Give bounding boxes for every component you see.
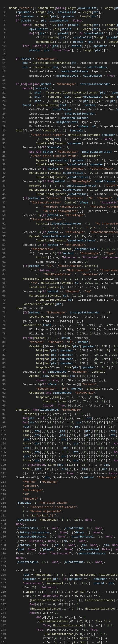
- line-content[interactable]: InterpolationOrder = interpolationorder,: [9, 112, 117, 116]
- line-content[interactable]: PlotRange → {{-2*Pi, 2*Pi}, {-2*Pi, 2*Pi…: [9, 332, 118, 336]
- line-content[interactable]: 3 → "Sin[x/Sin[1]]"},: [9, 514, 117, 518]
- line-content[interactable]: If[And[Not[And[method = "BthueAngle", in…: [9, 82, 118, 86]
- line-content[interactable]: Arrow[{pts[[{11}]]}, {-2, 0}, pts[[{11}]…: [9, 442, 118, 446]
- line-content[interactable]: Control[{type, {Directed → "Directed", U…: [9, 256, 118, 260]
- line-content[interactable]: {"r0", Manipulator[Dynamic[r0], {0.01, 1…: [9, 281, 118, 285]
- line-content[interactable]: Graphics[{Line[{{-2*Pi, 2*Pi}, {2, 0}}]]…: [9, 399, 117, 404]
- line-content[interactable]: Which[Length[p] = 0, pts = ptaold, Lengt…: [9, 23, 118, 27]
- line-content[interactable]: {"Green point number", Manipulator[Dynam…: [9, 133, 118, 137]
- line-content[interactable]: {If[method == "Voronoi", {"Distance", "2…: [9, 196, 118, 201]
- line-content[interactable]: 4 → "Nb with \nasymmtric"}}], SpanFromLe…: [9, 209, 118, 214]
- line-content[interactable]: Switch[funcvals, 1,: [9, 86, 117, 91]
- line-content[interactable]: dfunc[3] = Automatic;: [9, 586, 117, 590]
- line-content[interactable]: LocatorPane[Dynamic[pts],: [9, 302, 117, 306]
- line-content[interactable]: 0 → " 0 ", 1 → " 1 ", 2 → " 2 ", 3 → " 3…: [9, 226, 118, 230]
- line-content[interactable]: Sequence 0@{If[method == "BthueAngle", {…: [9, 230, 118, 234]
- line-content[interactable]: {{rbfnum, 1}, None}, {{sp, 1}, None}, {d…: [9, 543, 118, 548]
- line-content[interactable]: {cpvaluelist, RandomReal[{-1, 1}, {20}],…: [9, 518, 117, 522]
- line-content[interactable]: Manipulator[Dynamic[sp], {1, 10}, Contin…: [9, 294, 118, 298]
- line-content[interactable]: 2, ptaf = Transpose[{pts, Table[cpvaluel…: [9, 95, 118, 99]
- line-content[interactable]: Sequence 0@{If[method == "BthueAngle",: [9, 213, 117, 218]
- line-content[interactable]: Sequence 0@{If[method == "Shepard", {"sp…: [9, 289, 117, 294]
- line-content[interactable]: [9, 78, 117, 82]
- line-content[interactable]: [9, 564, 117, 569]
- line-content[interactable]: Control[{interpolationorder, {-1 → "No i…: [9, 222, 118, 226]
- line-content[interactable]: randomBinit = {: [9, 568, 117, 573]
- line-content[interactable]: Sequence 0@{If[method == "BthueAngle",: [9, 243, 117, 247]
- line-content[interactable]: InputField[Dynamic[sp], FieldSize → Tiny…: [9, 298, 118, 302]
- line-content[interactable]: {i, 1, Length[pts]}]; cpvaluelist[[Lengt…: [9, 36, 118, 40]
- line-content[interactable]: Graphics[{And[claspedated, "BthueAngle",: [9, 408, 117, 412]
- line-content[interactable]: True, EuclideanDistance[2, 0], #c]] * 2 …: [9, 624, 117, 628]
- line-content[interactable]: And[pts != If[{11}][[{11}][{2}] == 0, pt…: [9, 416, 118, 420]
- line-content[interactable]: Disk[Mod[pts[[cpnumber]], 2*Pi] + {0, 2*…: [9, 361, 118, 366]
- line-content[interactable]: {" Undirected, Line[{pts[[{11}]][[{11}]]…: [9, 463, 117, 467]
- line-content[interactable]: {cutoffradius, 37.}, None}, {cutoffvalue…: [9, 526, 117, 530]
- line-content[interactable]: True, Catch[Do[If[pts[[i]] ≠ ptaold[[i]]…: [9, 44, 117, 48]
- line-content[interactable]: If[And[MemberQ[{2, 3}, dfnum], MemberQ@[: [9, 336, 117, 340]
- line-content[interactable]: Disk[Mod[pts[[cpnumber]], 2*Pi] + {0, -2…: [9, 357, 118, 361]
- line-content[interactable]: }}}], LocatorAutoCreate → True, Continuo…: [9, 471, 118, 476]
- line-content[interactable]: "BthueAngle",: [9, 488, 117, 492]
- line-content[interactable]: {1, Length[pts], 1}, ContinuousAction → …: [9, 137, 117, 142]
- line-content[interactable]: Graphics[{Line[{(-2*Pi, 2*Pi}, {2, 0}}]]…: [9, 412, 117, 416]
- line-content[interactable]: InputField[Dynamic[n], FieldSize → Tiny]…: [9, 285, 117, 290]
- line-content[interactable]: RandomReal[{-1, 1}]]; ptaold = pts; {i, …: [9, 40, 118, 44]
- line-content[interactable]: True, ScaledAutoCreate[#1, #2], True,: [9, 628, 117, 632]
- line-content[interactable]: None},: [9, 522, 117, 526]
- line-content[interactable]: {EuclideanDistance[#1, {-2, 0}], Euclide…: [9, 607, 118, 611]
- line-content[interactable]: "2D",: [9, 492, 117, 497]
- line-content[interactable]: Disk[Mod[pts[[cpnumber]], 2*Pi] + {2*Pi,…: [9, 353, 118, 357]
- line-content[interactable]: Needs["Ctrue`"]; Manipulate[While[Length…: [9, 6, 118, 10]
- line-content[interactable]: Sequence 0@{If[And[method == "BthueAngle…: [9, 180, 118, 184]
- line-content[interactable]: rbfunc[4, r_] := (1 / Sqrt[r + r^2]) &;: [9, 636, 117, 640]
- line-content[interactable]: rbfunc[4, r_] := (1 / Sqrt[r + r^2]) &;: [9, 640, 117, 644]
- line-content[interactable]: {If[method == "2D", {"Basis\nBasis", Con…: [9, 264, 117, 268]
- line-content[interactable]: {pts[[{11}]][[{11}][{2}] == 0, pts[[{2}]…: [9, 425, 118, 429]
- line-content[interactable]: {EuclideanDistance[2, 0], #c]]} * 2 4,: [9, 632, 117, 636]
- line-content[interactable]: If[cpnumber > Length[pts], cpnumber = Le…: [9, 14, 117, 19]
- line-content[interactable]: NeighborLevel = neighborLevel, Type = ty…: [9, 120, 117, 124]
- line-content[interactable]: {}}, Sequence 0@{If[method == "BthueAngl…: [9, 252, 117, 256]
- line-content[interactable]: Graphics[{And[claspedated, "BthueAngle",: [9, 391, 117, 395]
- line-content[interactable]: {pts[[{11}]][[{11}]]} - pts[[{11}]][[{11…: [9, 446, 118, 450]
- line-content[interactable]: If[ptaold ≠ 1= pts, claspedated = False;: [9, 19, 117, 23]
- line-content[interactable]: {{type, Directed}, None}, {{r0, 1.}, Non…: [9, 539, 117, 543]
- line-content[interactable]: {x, y} -> PlotStyle → {White}], {}]},: [9, 319, 117, 324]
- line-content[interactable]: Dynamic[cpvaluelist[[cpnumber]]], {-1, 1…: [9, 158, 118, 163]
- line-content[interactable]: Show[Sequence 0@: [9, 306, 117, 310]
- line-content[interactable]: cls = ClaspedList[dnu, CutoffRadius → cu…: [9, 65, 117, 70]
- line-content[interactable]: ContourPlot[func8[{x, y}], {x, -2*Pi, 2*…: [9, 323, 118, 328]
- line-content[interactable]: RadialBasisFunction → rbfunc[rbfnum, r0]…: [9, 124, 118, 129]
- line-content[interactable]: {{EuclideanDistance[#1, {-2, 0}] * 2^2) …: [9, 619, 117, 624]
- line-content[interactable]: dfunc[4] = (Which[And[#[[2]] ≠ 0, #C[[2]…: [9, 594, 117, 598]
- line-content[interactable]: Graphics[{Line[{{-2*Pi, 2*Pi}, {2, 0}}]]…: [9, 395, 117, 400]
- line-content[interactable]: Arrow[{{pts[[{11}]]}, {cls[[1]]}, {cls[[…: [9, 467, 118, 471]
- line-content[interactable]: "Undirected", RandomReal[{-1, 1}, {20}]}…: [9, 581, 117, 586]
- line-content[interactable]: Line[{{pts[[{11}]]}, {pts[[{11}]]}, {pts…: [9, 429, 118, 434]
- line-content[interactable]: {"Green point function value", Manipulat…: [9, 154, 117, 158]
- line-content[interactable]: LocatorPane[{x, y}, PlotStyle → {White}]…: [9, 315, 117, 319]
- line-content[interactable]: Arrow[{pts[[{11}]]}, {-2, 0}, pts[[{11}]…: [9, 450, 118, 454]
- line-content[interactable]: Sequence 0@{If[funcvals = 2,: [9, 146, 117, 150]
- line-content[interactable]: And[#[[2]] == 0, #C[[2]] != 0,: [9, 602, 117, 607]
- line-content[interactable]: InputField[Dynamic[cpnumber], FieldSize …: [9, 142, 118, 146]
- line-content[interactable]: SpanFromLeft], {{pts, SpanFromLeft}}, {{…: [9, 476, 118, 480]
- line-content[interactable]: "BthueAngle", "3D"], method], Graphics[{…: [9, 387, 118, 391]
- line-content[interactable]: Append[{cls, ConvexHull[pts]}][[1]][[1]]…: [9, 374, 117, 378]
- line-content[interactable]: ((ΔSin[#[[1]]] - #[[1]]) / 2 * 2* Sin[#C…: [9, 590, 118, 594]
- line-content[interactable]: Joined → True, PlotStyle → {White}], {}]…: [9, 404, 117, 408]
- line-content[interactable]: If[method = "BthueAngle",: [9, 57, 117, 61]
- line-content[interactable]: Grid[{SpanF 0@[{MemberQ[{1, 2}, funcvals…: [9, 129, 117, 133]
- line-content[interactable]: SpanFromLeft}, {}}, Sequence 0@: [9, 260, 117, 264]
- line-content[interactable]: [9, 52, 117, 57]
- line-content[interactable]: Sequence 0@{If[method == "BthueAngle", {…: [9, 167, 117, 171]
- line-content[interactable]: func8 = Interpolation[ptaf, Method → met…: [9, 103, 118, 108]
- line-content[interactable]: "Method", {"Delaunay",: [9, 480, 117, 484]
- line-content[interactable]: Not[And[method = "BthueAngle", interpola…: [9, 150, 118, 154]
- line-content[interactable]: Disk[Mod[pts[[cpnumber]], 2*Pi] + {-2*Pi…: [9, 348, 118, 353]
- line-content[interactable]: {pts = RandomReal[{-6, 6}, {2, RandomInt…: [9, 573, 118, 577]
- line-content[interactable]: "Shepard"}},: [9, 497, 117, 501]
- line-content[interactable]: FrameLabel → {None, "Undirected"}, {{smo…: [9, 552, 118, 556]
- line-content[interactable]: Manipulator[Dynamic[cutoffvalue], {-1, 1…: [9, 188, 118, 192]
